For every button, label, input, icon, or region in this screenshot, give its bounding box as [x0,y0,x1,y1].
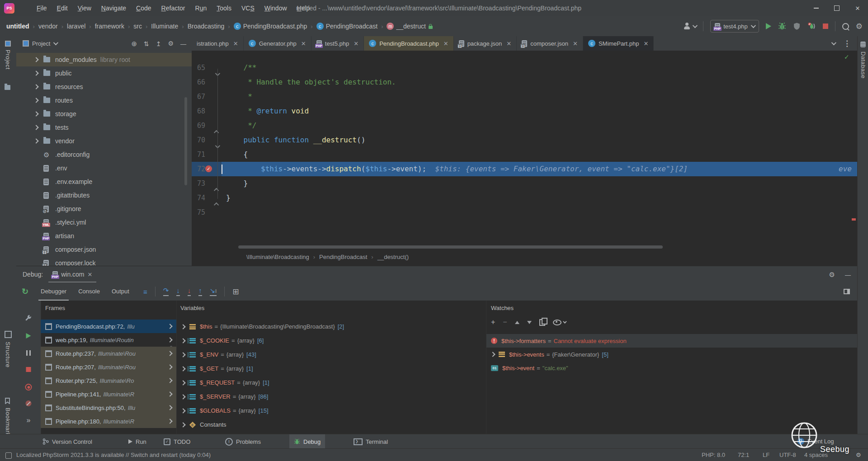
status-item[interactable]: 4 spaces [804,449,828,461]
show-watches-icon[interactable] [553,320,561,325]
toolstrip-todo[interactable]: ✓TODO [159,434,195,449]
close-icon[interactable]: ✕ [573,40,578,47]
menu-item-vcs[interactable]: VCS [236,0,259,16]
project-tree-item[interactable]: .env.example [16,175,192,188]
frame-row[interactable]: Pipeline.php:180,Illuminate\R [41,414,176,428]
debug-button[interactable] [778,22,786,30]
breakpoint-icon[interactable]: ✓ [205,165,212,172]
structure-icon[interactable] [5,331,12,338]
chevron-right-icon[interactable] [33,111,38,116]
status-message[interactable]: Localized PhpStorm 2021.3.3 is available… [16,449,211,461]
debug-tab-output[interactable]: Output [106,282,135,301]
move-watch-up-icon[interactable] [515,321,519,324]
debug-tab-console[interactable]: Console [72,282,106,301]
project-tree-item[interactable]: .env [16,161,192,175]
project-tree-item[interactable]: public [16,66,192,80]
toolstrip-run[interactable]: Run [124,434,151,449]
toolstrip-version-control[interactable]: Version Control [38,434,97,449]
add-watch-icon[interactable]: + [491,319,495,326]
close-icon[interactable]: ✕ [443,40,448,47]
breadcrumb-item[interactable]: untitled [6,23,29,30]
chevron-right-icon[interactable] [167,378,172,383]
variable-row[interactable]: $_SERVER={array}[86] [177,390,486,404]
chevron-right-icon[interactable] [180,394,185,399]
toolstrip-terminal[interactable]: ❯Terminal [349,434,392,449]
duplicate-watch-icon[interactable] [539,319,545,326]
project-tree-item[interactable]: composer.json [16,243,192,256]
breadcrumb-item[interactable]: src [133,23,142,30]
project-settings-icon[interactable] [168,40,174,47]
variable-row[interactable]: $_REQUEST={array}[1] [177,376,486,390]
toolstrip-problems[interactable]: !Problems [221,434,265,449]
line-number[interactable]: 74 [193,191,205,205]
breadcrumb-item[interactable]: Illuminate [151,23,178,30]
chevron-right-icon[interactable] [180,366,185,371]
project-tree-item[interactable]: routes [16,94,192,107]
line-number[interactable]: 69 [193,118,205,133]
chevron-right-icon[interactable] [33,84,38,89]
project-tree-item[interactable]: vendor [16,134,192,148]
toolstrip-project[interactable]: Project [5,50,11,70]
code-editor[interactable]: 65 /**66 * Handle the object's destructi… [192,51,857,266]
chevron-right-icon[interactable] [33,138,38,143]
view-breakpoints-icon[interactable] [25,384,32,390]
chevron-right-icon[interactable] [167,324,172,329]
tab-options-kebab-icon[interactable] [843,40,851,47]
move-watch-down-icon[interactable] [527,321,532,324]
editor-tab[interactable]: test5.php✕ [311,36,364,51]
editor-tab[interactable]: istration.php✕ [192,36,244,51]
project-tree-item[interactable]: .editorconfig [16,148,192,161]
menu-item-view[interactable]: View [73,0,96,16]
variable-row[interactable]: $GLOBALS={array}[15] [177,404,486,418]
watch-row[interactable]: !$this->formatters=Cannot evaluate expre… [486,334,857,348]
step-over-icon[interactable]: ↷ [163,287,169,296]
menu-item-tools[interactable]: Tools [212,0,236,16]
chevron-right-icon[interactable] [180,422,185,427]
chevron-right-icon[interactable] [180,380,185,385]
breadcrumb-item[interactable]: cPendingBroadcast [316,23,377,30]
hide-panel-icon[interactable] [180,40,186,47]
project-tree-item[interactable]: resources [16,80,192,94]
project-tree-item[interactable]: node_moduleslibrary root [16,53,192,66]
variable-row[interactable]: $_GET={array}[1] [177,362,486,376]
run-with-coverage-button[interactable] [793,22,801,30]
close-icon[interactable]: ✕ [88,271,93,278]
frame-row[interactable]: Route.php:237,Illuminate\Rou [41,347,176,360]
status-item[interactable]: 72:1 [738,449,749,461]
project-tree-item[interactable]: storage [16,107,192,121]
breadcrumb-item[interactable]: cPendingBroadcast.php [234,23,307,30]
line-number[interactable]: 70 [193,133,205,147]
step-into-icon[interactable]: ↓ [176,287,180,296]
status-gear-icon[interactable] [856,449,861,461]
debug-tab-debugger[interactable]: Debugger [35,282,72,301]
menu-item-run[interactable]: Run [190,0,212,16]
step-out-icon[interactable]: ↑ [198,287,202,296]
status-item[interactable]: LF [763,449,769,461]
menu-item-window[interactable]: Window [259,0,292,16]
menu-item-refactor[interactable]: Refactor [156,0,190,16]
more-actions-icon[interactable] [27,416,31,424]
bookmarks-icon[interactable] [5,398,10,404]
menu-item-edit[interactable]: Edit [52,0,73,16]
chevron-right-icon[interactable] [167,364,172,369]
horizontal-scrollbar[interactable] [238,245,663,249]
menu-item-file[interactable]: File [32,0,52,16]
expand-all-icon[interactable] [144,40,149,47]
editor-breadcrumb-item[interactable]: __destruct() [377,254,409,260]
breadcrumb-item[interactable]: Broadcasting [188,23,225,30]
chevron-right-icon[interactable] [180,324,185,329]
remove-watch-icon[interactable]: − [503,319,507,326]
toolstrip-debug[interactable]: Debug [289,434,325,449]
project-tree-item[interactable]: .styleci.yml [16,216,192,229]
project-tree-item[interactable]: tests [16,121,192,134]
frame-row[interactable]: web.php:19,Illuminate\Routin [41,333,176,347]
editor-breadcrumb-item[interactable]: \Illuminate\Broadcasting [246,254,309,260]
variable-row[interactable]: $_ENV={array}[43] [177,348,486,362]
line-number[interactable]: 65 [193,61,205,75]
stop-listener-button[interactable] [807,22,816,30]
line-number[interactable]: 66 [193,75,205,89]
breadcrumb-item[interactable]: framework [95,23,124,30]
variable-row[interactable]: $_COOKIE={array}[6] [177,334,486,348]
maximize-button[interactable] [826,0,847,16]
tab-list-chevron-icon[interactable] [831,40,836,45]
